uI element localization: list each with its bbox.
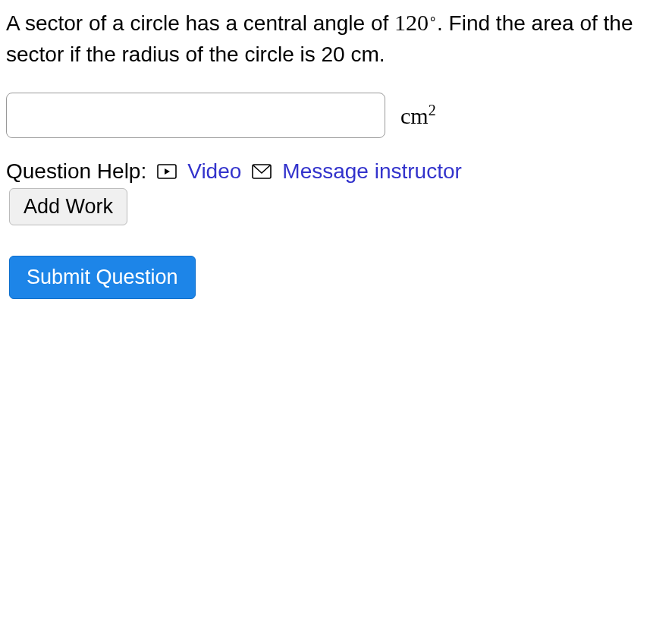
degree-symbol: ∘ <box>429 11 437 26</box>
question-help-row: Question Help: Video Message instructor <box>6 159 666 184</box>
message-instructor-link[interactable]: Message instructor <box>282 159 462 184</box>
envelope-icon <box>252 163 272 180</box>
answer-row: cm2 <box>6 93 666 138</box>
unit-exponent: 2 <box>429 102 436 118</box>
angle-value: 120 <box>394 10 429 35</box>
video-link[interactable]: Video <box>187 159 241 184</box>
question-part1: A sector of a circle has a central angle… <box>6 11 394 35</box>
question-text: A sector of a circle has a central angle… <box>6 6 666 70</box>
answer-input[interactable] <box>6 93 385 138</box>
unit-base: cm <box>400 103 429 128</box>
question-help-label: Question Help: <box>6 159 146 184</box>
video-icon <box>157 163 177 180</box>
unit-label: cm2 <box>400 102 436 129</box>
submit-question-button[interactable]: Submit Question <box>9 256 196 299</box>
add-work-button[interactable]: Add Work <box>9 188 127 225</box>
